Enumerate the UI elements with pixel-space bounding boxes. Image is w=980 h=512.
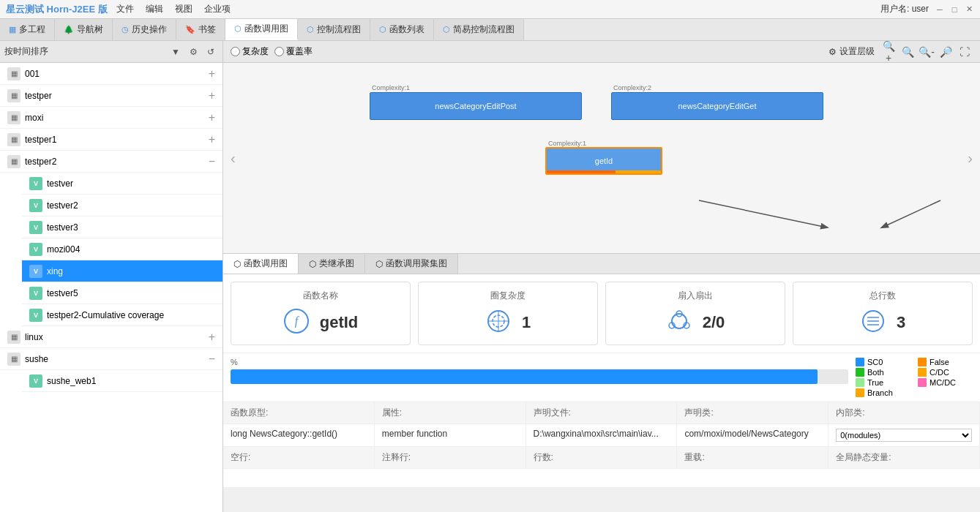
sidebar-item-testver[interactable]: V testver [22,173,222,195]
detail-header-line-count: 行数: [526,447,678,469]
tab-bookmark[interactable]: 🔖 书签 [176,19,225,40]
sidebar-item-label-cumulative: testper2-Cumulative coverage [47,310,215,320]
tab-projects-label: 多工程 [19,23,45,36]
legend-both: Both [856,368,910,377]
username-label: 用户名: user [880,3,929,15]
menu-edit[interactable]: 编辑 [146,3,163,15]
sidebar-item-testper1[interactable]: ▦ testper1 + [0,129,222,151]
project-icon-testper2: ▦ [7,155,20,168]
svg-line-1 [882,200,940,227]
menu-view[interactable]: 视图 [175,3,192,15]
settings-button[interactable]: ⚙ 设置层级 [828,45,875,58]
next-arrow[interactable]: › [968,150,973,167]
minimize-button[interactable]: ─ [935,4,945,15]
maximize-button[interactable]: □ [949,4,960,15]
detail-header-comment-lines: 注释行: [375,447,526,469]
tab-simple-flow[interactable]: ⬡ 简易控制流程图 [434,19,524,40]
svg-text:f: f [294,315,299,328]
menu-file[interactable]: 文件 [116,3,134,15]
tab-control-flow[interactable]: ⬡ 控制流程图 [298,19,370,40]
tab-call-graph[interactable]: ⬡ 函数调用图 [225,19,298,40]
sidebar-item-label-testver5: testver5 [47,288,215,298]
complexity-radio-group: 复杂度 [231,45,269,58]
tab-projects[interactable]: ▦ 多工程 [0,19,55,40]
sidebar-children-testper2: V testver V testver2 V testver3 V mozi00… [0,173,222,326]
tab-history-label: 历史操作 [132,23,167,36]
sidebar-item-testver5[interactable]: V testver5 [22,282,222,304]
sidebar-item-testper[interactable]: ▦ testper + [0,85,222,107]
sidebar-refresh-button[interactable]: ↺ [203,45,218,59]
flow-node-2[interactable]: newsCategoryEditGet Complexity:2 [611,92,823,120]
bottom-tabs: ⬡ 函数调用图 ⬡ 类继承图 ⬡ 函数调用聚集图 [223,254,980,274]
sidebar-item-collapse-testper2[interactable]: − [209,155,215,168]
detail-table: 函数原型: 属性: 声明文件: 声明类: 内部类: long NewsCateg… [223,402,980,469]
legend-label-branch: Branch [867,388,893,397]
sidebar-item-xing[interactable]: V xing [22,260,222,282]
fullscreen-button[interactable]: ⛶ [957,44,973,60]
coverage-bar-fill [231,369,818,384]
inner-class-select[interactable]: 0(modules) [836,429,972,442]
menu-enterprise[interactable]: 企业项 [204,3,231,15]
sidebar-item-add-linux[interactable]: + [209,331,215,344]
flow-node-3[interactable]: getId Complexity:1 [545,147,662,175]
title-bar-left: 星云测试 Horn-J2EE 版 文件 编辑 视图 企业项 [6,3,231,16]
tab-history[interactable]: ◷ 历史操作 [113,19,176,40]
sidebar-item-add-testper[interactable]: + [209,89,215,102]
sidebar-item-sushe-web1[interactable]: V sushe_web1 [22,370,222,392]
coverage-section: % SC0 False Both [223,353,980,402]
zoom-in-button[interactable]: 🔍+ [880,44,897,60]
flow-node-1-complexity: Complexity:1 [372,84,410,91]
legend-dot-cdc [918,368,927,377]
flow-node-1[interactable]: newsCategoryEditPost Complexity:1 [370,92,582,120]
version-icon-testver5: V [29,287,42,300]
sidebar-item-testper2[interactable]: ▦ testper2 − [0,151,222,173]
complexity-radio[interactable]: 复杂度 [231,45,269,58]
info-card-total-lines: 总行数 3 [793,282,973,345]
sidebar-item-linux[interactable]: ▦ linux + [0,326,222,348]
bottom-tab-inherit[interactable]: ⬡ 类继承图 [299,254,365,274]
sidebar-item-mozi004[interactable]: V mozi004 [22,238,222,260]
sidebar-item-add-testper1[interactable]: + [209,133,215,146]
sidebar-item-add-001[interactable]: + [209,67,215,80]
zoom-out-button[interactable]: 🔍- [919,44,935,60]
func-list-icon: ⬡ [379,25,386,34]
legend-label-both: Both [867,368,884,377]
menu-bar: 文件 编辑 视图 企业项 [116,3,231,15]
detail-value-inner-class[interactable]: 0(modules) [828,424,980,447]
legend-dot-sc0 [856,358,864,366]
coverage-radio-input[interactable] [274,47,284,56]
coverage-radio[interactable]: 覆盖率 [274,45,313,58]
sidebar-item-001[interactable]: ▦ 001 + [0,63,222,85]
sidebar-settings-button[interactable]: ⚙ [186,45,201,59]
total-lines-icon [860,308,886,334]
settings-icon: ⚙ [828,47,837,57]
tab-bar: ▦ 多工程 🌲 导航树 ◷ 历史操作 🔖 书签 ⬡ 函数调用图 ⬡ 控制流程图 … [0,19,980,41]
complexity-radio-input[interactable] [231,47,240,56]
zoom-out-small-button[interactable]: 🔍 [899,44,916,60]
sidebar-item-cumulative[interactable]: V testper2-Cumulative coverage [22,304,222,326]
sidebar-item-collapse-sushe[interactable]: − [209,353,215,366]
sidebar-item-add-moxi[interactable]: + [209,111,215,124]
bottom-tab-aggregate[interactable]: ⬡ 函数调用聚集图 [365,254,458,274]
bottom-tab-inherit-icon: ⬡ [309,259,316,269]
version-icon-cumulative: V [29,309,42,322]
bottom-tab-call-graph[interactable]: ⬡ 函数调用图 [223,254,299,274]
tab-nav-label: 导航树 [77,23,103,36]
tab-func-list[interactable]: ⬡ 函数列表 [370,19,434,40]
bottom-panel: ⬡ 函数调用图 ⬡ 类继承图 ⬡ 函数调用聚集图 函数名称 [223,253,980,487]
coverage-label: 覆盖率 [286,45,313,58]
prev-arrow[interactable]: ‹ [231,150,236,167]
legend-cdc: C/DC [918,368,973,377]
tab-simple-flow-label: 简易控制流程图 [453,23,515,36]
sidebar-item-sushe[interactable]: ▦ sushe − [0,348,222,370]
control-flow-icon: ⬡ [307,25,314,34]
zoom-fit-button[interactable]: 🔎 [938,44,954,60]
tab-nav[interactable]: 🌲 导航树 [55,19,113,40]
sidebar-item-moxi[interactable]: ▦ moxi + [0,107,222,129]
info-card-complexity: 圈复杂度 1 [418,282,598,345]
sidebar-item-testver3[interactable]: V testver3 [22,217,222,238]
coverage-radio-group: 覆盖率 [274,45,313,58]
close-button[interactable]: ✕ [964,4,974,15]
sidebar-collapse-button[interactable]: ▼ [168,45,183,59]
sidebar-item-testver2[interactable]: V testver2 [22,195,222,217]
